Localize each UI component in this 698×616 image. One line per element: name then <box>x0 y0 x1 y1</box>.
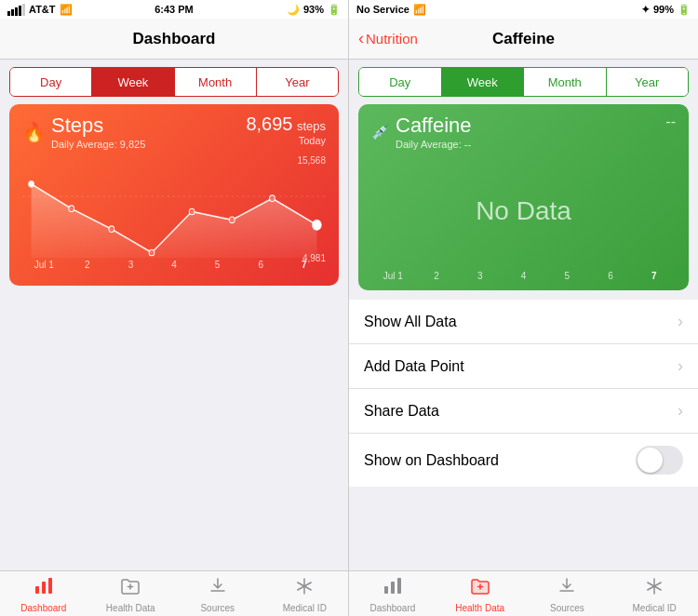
right-segment-control[interactable]: Day Week Month Year <box>358 67 689 97</box>
right-seg-day[interactable]: Day <box>359 68 442 96</box>
toggle-thumb <box>638 448 663 473</box>
right-tab-medical[interactable]: Medical ID <box>611 571 698 616</box>
add-data-point-label: Add Data Point <box>364 358 464 375</box>
svg-point-3 <box>69 206 74 212</box>
right-battery: 99% <box>653 4 674 15</box>
right-status-left: No Service 📶 <box>356 4 426 16</box>
caffeine-x-label-3: 3 <box>458 271 502 281</box>
left-tab-sources[interactable]: Sources <box>174 571 262 616</box>
left-tab-bar: Dashboard Health Data Sources <box>0 570 348 616</box>
left-tab-health-label: Health Data <box>106 603 155 613</box>
right-seg-year[interactable]: Year <box>607 68 689 96</box>
right-carrier: No Service <box>356 4 409 15</box>
download-icon <box>207 575 229 597</box>
right-tab-sources-label: Sources <box>550 603 584 613</box>
share-data-chevron: › <box>678 401 683 421</box>
right-tab-sources[interactable]: Sources <box>524 571 611 616</box>
left-tab-dashboard-label: Dashboard <box>20 603 66 613</box>
steps-chart-area: 15,568 <box>9 155 339 286</box>
caffeine-title-block: Caffeine Daily Average: -- <box>396 114 472 150</box>
left-tab-medical-icon <box>293 575 315 601</box>
right-tab-dashboard-label: Dashboard <box>369 603 415 613</box>
caffeine-title: Caffeine <box>396 114 472 138</box>
left-segment-control[interactable]: Day Week Month Year <box>9 67 339 97</box>
steps-chart-svg <box>22 155 326 258</box>
show-on-dashboard-item[interactable]: Show on Dashboard <box>349 434 698 487</box>
steps-x-label-5: 5 <box>195 260 239 270</box>
back-button[interactable]: ‹ Nutrition <box>358 29 418 48</box>
svg-rect-16 <box>384 586 388 594</box>
caffeine-subtitle: Daily Average: -- <box>396 139 472 150</box>
share-data-item[interactable]: Share Data › <box>349 389 698 434</box>
asterisk-icon <box>293 575 315 597</box>
caffeine-x-label-7: 7 <box>632 271 676 281</box>
steps-min-label: 4,981 <box>302 253 326 263</box>
steps-x-label-3: 3 <box>109 260 153 270</box>
caffeine-header-left: 💉 Caffeine Daily Average: -- <box>371 114 472 150</box>
moon-icon: 🌙 <box>287 4 300 16</box>
share-data-label: Share Data <box>364 403 439 420</box>
caffeine-x-label-6: 6 <box>589 271 633 281</box>
left-nav-title: Dashboard <box>133 30 216 48</box>
steps-subtitle: Daily Average: 9,825 <box>51 139 145 150</box>
right-tab-medical-label: Medical ID <box>633 603 677 613</box>
right-seg-week[interactable]: Week <box>442 68 525 96</box>
right-tab-dashboard-icon <box>382 575 404 601</box>
caffeine-x-label-4: 4 <box>502 271 545 281</box>
caffeine-x-label-2: 2 <box>415 271 459 281</box>
steps-x-label-1: Jul 1 <box>22 260 66 270</box>
status-right: 🌙 93% 🔋 <box>287 4 341 16</box>
left-tab-dashboard[interactable]: Dashboard <box>0 571 87 616</box>
left-tab-dashboard-icon <box>33 575 55 601</box>
svg-point-9 <box>313 220 322 230</box>
caffeine-icon: 💉 <box>371 123 390 141</box>
caffeine-x-label-1: Jul 1 <box>371 271 415 281</box>
svg-point-2 <box>29 181 34 188</box>
right-tab-health[interactable]: Health Data <box>436 571 524 616</box>
steps-card-left: 🔥 Steps Daily Average: 9,825 <box>22 114 145 150</box>
right-panel: No Service 📶 6:41 PM ✦ 99% 🔋 ‹ Nutrition… <box>349 0 698 616</box>
right-tab-dashboard[interactable]: Dashboard <box>349 571 436 616</box>
steps-value-block: 8,695 steps Today <box>246 114 326 146</box>
steps-value: 8,695 <box>246 114 292 134</box>
left-time: 6:43 PM <box>154 4 194 15</box>
battery-icon: 🔋 <box>328 4 341 16</box>
left-nav-bar: Dashboard <box>0 19 348 60</box>
show-on-dashboard-toggle[interactable] <box>636 446 683 475</box>
left-seg-week[interactable]: Week <box>92 68 174 96</box>
add-data-point-item[interactable]: Add Data Point › <box>349 344 698 389</box>
right-tab-medical-icon <box>643 575 665 601</box>
left-tab-health[interactable]: Health Data <box>87 571 175 616</box>
right-seg-month[interactable]: Month <box>524 68 607 96</box>
svg-point-5 <box>149 249 154 256</box>
right-asterisk-icon <box>643 575 665 597</box>
right-battery-icon: 🔋 <box>678 4 691 16</box>
left-tab-medical[interactable]: Medical ID <box>262 571 349 616</box>
svg-rect-18 <box>397 578 401 594</box>
back-label: Nutrition <box>366 31 418 47</box>
back-chevron-icon: ‹ <box>358 29 364 48</box>
caffeine-card-header: 💉 Caffeine Daily Average: -- -- <box>358 104 689 155</box>
caffeine-x-labels: Jul 1 2 3 4 5 6 7 <box>358 267 689 288</box>
left-seg-day[interactable]: Day <box>10 68 92 96</box>
left-seg-year[interactable]: Year <box>257 68 338 96</box>
show-all-data-label: Show All Data <box>364 314 457 330</box>
right-nav-title: Caffeine <box>492 30 555 48</box>
left-tab-health-icon <box>119 575 141 601</box>
show-all-data-chevron: › <box>678 312 683 331</box>
right-tab-health-label: Health Data <box>455 603 504 613</box>
right-tab-health-icon <box>469 575 491 601</box>
svg-point-7 <box>229 217 235 223</box>
steps-x-labels: Jul 1 2 3 4 5 6 7 <box>22 258 326 272</box>
svg-point-6 <box>189 208 195 215</box>
left-panel: AT&T 📶 6:43 PM 🌙 93% 🔋 Dashboard Day Wee… <box>0 0 349 616</box>
left-tab-medical-label: Medical ID <box>283 603 327 613</box>
show-on-dashboard-label: Show on Dashboard <box>364 452 499 469</box>
svg-rect-10 <box>35 586 39 594</box>
left-seg-month[interactable]: Month <box>175 68 257 96</box>
left-tab-sources-icon <box>207 575 229 601</box>
show-all-data-item[interactable]: Show All Data › <box>349 300 698 344</box>
steps-unit: steps <box>297 119 326 133</box>
steps-title-block: Steps Daily Average: 9,825 <box>51 114 145 150</box>
caffeine-dashes: -- <box>665 114 676 130</box>
